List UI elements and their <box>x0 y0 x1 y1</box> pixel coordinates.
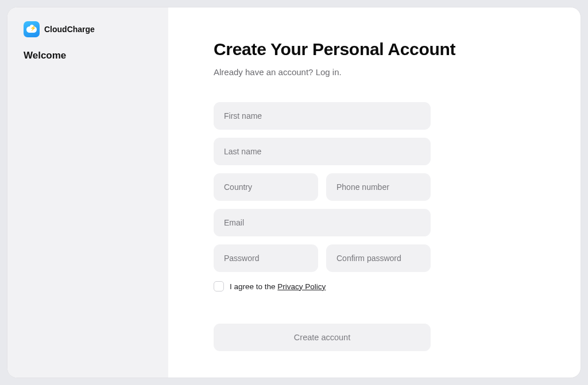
consent-checkbox[interactable] <box>214 281 224 291</box>
brand-name: CloudCharge <box>44 25 95 34</box>
brand-row: ⚡ CloudCharge <box>24 21 152 37</box>
consent-row: I agree to the Privacy Policy <box>214 281 431 291</box>
phone-input[interactable] <box>326 173 431 201</box>
consent-text: I agree to the Privacy Policy <box>230 282 326 291</box>
sidebar: ⚡ CloudCharge Welcome <box>7 7 168 378</box>
country-input[interactable] <box>214 173 318 201</box>
sidebar-title: Welcome <box>24 50 152 61</box>
signup-form: I agree to the Privacy Policy Create acc… <box>214 102 431 351</box>
page-title: Create Your Personal Account <box>214 40 535 59</box>
email-input[interactable] <box>214 209 431 236</box>
app-window: ⚡ CloudCharge Welcome Create Your Person… <box>7 7 581 378</box>
login-prompt: Already have an account? Log in. <box>214 67 535 77</box>
password-input[interactable] <box>214 244 318 272</box>
already-have-account-text: Already have an account? <box>214 67 316 77</box>
first-name-input[interactable] <box>214 102 431 130</box>
login-link[interactable]: Log in. <box>316 67 342 77</box>
main-content: Create Your Personal Account Already hav… <box>168 7 581 378</box>
last-name-input[interactable] <box>214 138 431 165</box>
create-account-button[interactable]: Create account <box>214 324 431 351</box>
privacy-policy-link[interactable]: Privacy Policy <box>277 282 326 291</box>
confirm-password-input[interactable] <box>326 244 431 272</box>
cloudcharge-logo-icon: ⚡ <box>24 21 40 37</box>
consent-prefix: I agree to the <box>230 282 277 291</box>
